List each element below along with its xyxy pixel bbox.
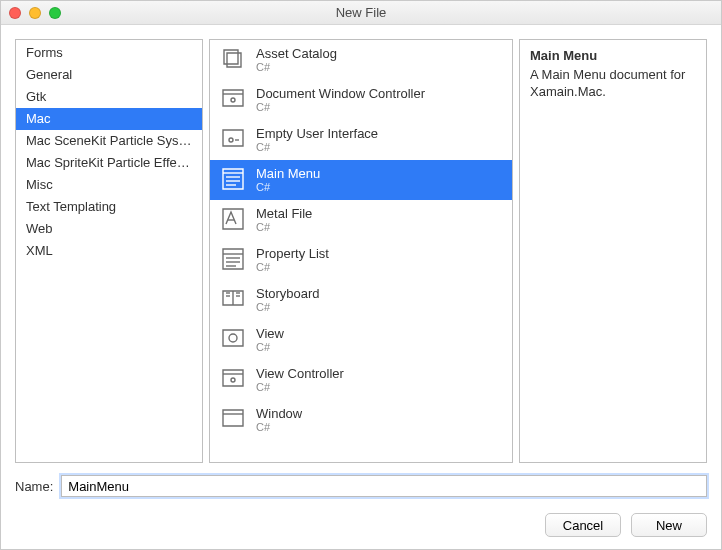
- template-item[interactable]: Empty User InterfaceC#: [210, 120, 512, 160]
- name-input[interactable]: [61, 475, 707, 497]
- template-list[interactable]: Asset CatalogC#Document Window Controlle…: [209, 39, 513, 463]
- empty-ui-icon: [220, 126, 246, 155]
- main-menu-icon: [220, 166, 246, 195]
- template-subtitle: C#: [256, 261, 329, 274]
- view-controller-icon: [220, 366, 246, 395]
- template-item[interactable]: Asset CatalogC#: [210, 40, 512, 80]
- titlebar: New File: [1, 1, 721, 25]
- template-title: Document Window Controller: [256, 86, 425, 102]
- name-label: Name:: [15, 479, 53, 494]
- category-item[interactable]: Gtk: [16, 86, 202, 108]
- dialog-footer: Cancel New: [15, 509, 707, 537]
- dialog-body: FormsGeneralGtkMacMac SceneKit Particle …: [1, 25, 721, 549]
- template-title: Metal File: [256, 206, 312, 222]
- new-file-dialog: New File FormsGeneralGtkMacMac SceneKit …: [0, 0, 722, 550]
- template-subtitle: C#: [256, 221, 312, 234]
- template-subtitle: C#: [256, 341, 284, 354]
- category-item[interactable]: Mac SpriteKit Particle Effects: [16, 152, 202, 174]
- template-title: Empty User Interface: [256, 126, 378, 142]
- template-item[interactable]: Main MenuC#: [210, 160, 512, 200]
- asset-catalog-icon: [220, 46, 246, 75]
- template-item[interactable]: View ControllerC#: [210, 360, 512, 400]
- template-item[interactable]: WindowC#: [210, 400, 512, 440]
- template-subtitle: C#: [256, 101, 425, 114]
- template-item[interactable]: Metal FileC#: [210, 200, 512, 240]
- category-item[interactable]: Forms: [16, 42, 202, 64]
- template-title: Main Menu: [256, 166, 320, 182]
- category-list[interactable]: FormsGeneralGtkMacMac SceneKit Particle …: [15, 39, 203, 463]
- template-item[interactable]: ViewC#: [210, 320, 512, 360]
- window-controller-icon: [220, 86, 246, 115]
- template-subtitle: C#: [256, 301, 320, 314]
- category-item[interactable]: Misc: [16, 174, 202, 196]
- template-title: Asset Catalog: [256, 46, 337, 62]
- name-row: Name:: [15, 475, 707, 497]
- template-item[interactable]: Document Window ControllerC#: [210, 80, 512, 120]
- details-description: A Main Menu document for Xamain.Mac.: [530, 67, 696, 101]
- template-subtitle: C#: [256, 181, 320, 194]
- new-button[interactable]: New: [631, 513, 707, 537]
- category-item[interactable]: Text Templating: [16, 196, 202, 218]
- template-title: View Controller: [256, 366, 344, 382]
- category-item[interactable]: General: [16, 64, 202, 86]
- template-subtitle: C#: [256, 141, 378, 154]
- cancel-button[interactable]: Cancel: [545, 513, 621, 537]
- category-item[interactable]: Mac SceneKit Particle Systems: [16, 130, 202, 152]
- storyboard-icon: [220, 286, 246, 315]
- close-icon[interactable]: [9, 7, 21, 19]
- template-subtitle: C#: [256, 421, 302, 434]
- property-list-icon: [220, 246, 246, 275]
- window-controls: [9, 7, 61, 19]
- template-subtitle: C#: [256, 381, 344, 394]
- template-title: View: [256, 326, 284, 342]
- category-item[interactable]: Mac: [16, 108, 202, 130]
- template-item[interactable]: StoryboardC#: [210, 280, 512, 320]
- window-title: New File: [1, 5, 721, 20]
- details-title: Main Menu: [530, 48, 696, 63]
- template-title: Window: [256, 406, 302, 422]
- minimize-icon[interactable]: [29, 7, 41, 19]
- details-panel: Main Menu A Main Menu document for Xamai…: [519, 39, 707, 463]
- template-title: Property List: [256, 246, 329, 262]
- window-icon: [220, 406, 246, 435]
- category-item[interactable]: Web: [16, 218, 202, 240]
- template-subtitle: C#: [256, 61, 337, 74]
- template-item[interactable]: Property ListC#: [210, 240, 512, 280]
- template-title: Storyboard: [256, 286, 320, 302]
- panels: FormsGeneralGtkMacMac SceneKit Particle …: [15, 39, 707, 463]
- zoom-icon[interactable]: [49, 7, 61, 19]
- category-item[interactable]: XML: [16, 240, 202, 262]
- view-icon: [220, 326, 246, 355]
- metal-file-icon: [220, 206, 246, 235]
